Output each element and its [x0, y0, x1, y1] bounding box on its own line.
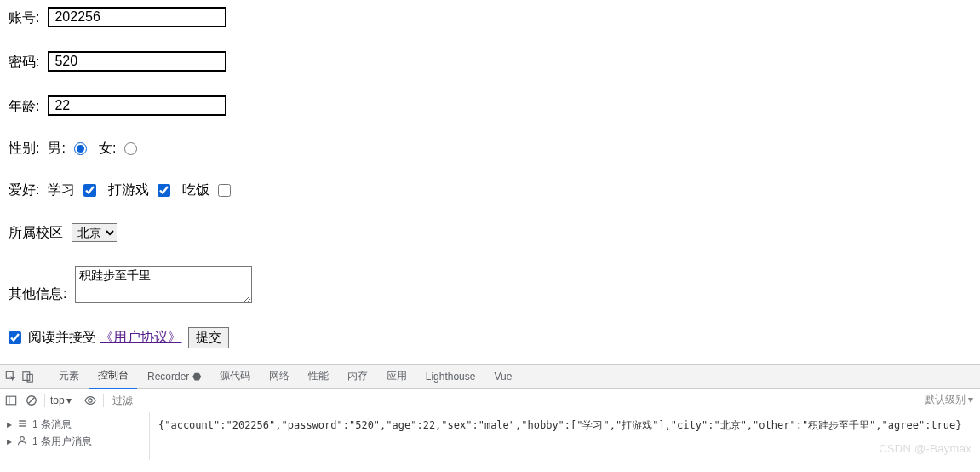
- row-password: 密码:: [9, 51, 971, 72]
- agree-text-wrap: 阅读并接受 《用户协议》: [28, 329, 181, 347]
- tab-performance[interactable]: 性能: [300, 364, 337, 389]
- user-icon: [17, 435, 27, 448]
- account-input[interactable]: [48, 7, 226, 27]
- hobby-study-label: 学习: [48, 181, 75, 199]
- hobby-eat-checkbox[interactable]: [218, 184, 231, 197]
- sex-male-label: 男:: [48, 140, 65, 158]
- other-textarea[interactable]: 积跬步至千里: [75, 266, 252, 303]
- hobby-study-checkbox[interactable]: [83, 184, 96, 197]
- filter-input[interactable]: [109, 392, 920, 409]
- row-other: 其他信息: 积跬步至千里: [9, 266, 971, 303]
- sidebar-toggle-icon[interactable]: [3, 393, 19, 408]
- console-body: ▸ 1 条消息 ▸ 1 条用户消息 {"account":"202256","p…: [0, 412, 980, 460]
- password-input[interactable]: [48, 51, 226, 72]
- row-account: 账号:: [9, 7, 971, 27]
- row-hobby: 爱好: 学习 打游戏 吃饭: [9, 181, 971, 199]
- sex-female-label: 女:: [99, 140, 116, 158]
- log-levels-label: 默认级别: [925, 394, 966, 406]
- sidebar-messages[interactable]: ▸ 1 条消息: [7, 416, 142, 433]
- hobby-group: 学习 打游戏 吃饭: [48, 181, 231, 199]
- console-sidebar: ▸ 1 条消息 ▸ 1 条用户消息: [0, 412, 150, 460]
- agreement-link[interactable]: 《用户协议》: [100, 330, 181, 344]
- inspect-icon[interactable]: [3, 369, 19, 384]
- device-toggle-icon[interactable]: [20, 369, 36, 384]
- svg-rect-3: [6, 396, 15, 405]
- other-label: 其他信息:: [9, 285, 66, 303]
- tab-memory[interactable]: 内存: [339, 364, 376, 389]
- separator: [44, 394, 45, 407]
- svg-line-6: [29, 397, 35, 403]
- agree-text: 阅读并接受: [28, 330, 96, 344]
- list-icon: [17, 418, 27, 431]
- submit-button[interactable]: 提交: [188, 327, 229, 348]
- sidebar-user-messages[interactable]: ▸ 1 条用户消息: [7, 433, 142, 450]
- row-age: 年龄:: [9, 95, 971, 116]
- row-sex: 性别: 男: 女:: [9, 140, 971, 158]
- separator: [43, 369, 43, 384]
- tab-elements[interactable]: 元素: [50, 364, 88, 389]
- sidebar-user-messages-label: 1 条用户消息: [32, 435, 92, 449]
- eye-icon[interactable]: [83, 393, 98, 408]
- hobby-label: 爱好:: [9, 181, 39, 199]
- separator: [103, 394, 104, 407]
- account-label: 账号:: [9, 9, 39, 27]
- separator: [77, 394, 77, 407]
- sex-label: 性别:: [9, 140, 39, 158]
- console-output[interactable]: {"account":"202256","password":"520","ag…: [150, 412, 980, 460]
- chevron-down-icon: ▾: [66, 394, 72, 406]
- age-input[interactable]: [48, 95, 226, 116]
- tab-network[interactable]: 网络: [261, 364, 298, 389]
- tab-console[interactable]: 控制台: [89, 363, 137, 389]
- age-label: 年龄:: [9, 98, 39, 116]
- agree-checkbox[interactable]: [9, 331, 21, 344]
- sex-group: 男: 女:: [48, 140, 137, 158]
- hobby-game-label: 打游戏: [108, 181, 149, 199]
- svg-point-7: [89, 398, 92, 401]
- devtools-panel: 元素 控制台 Recorder ⬣ 源代码 网络 性能 内存 应用 Lighth…: [0, 364, 980, 460]
- hobby-game-checkbox[interactable]: [158, 184, 170, 197]
- context-label: top: [50, 394, 65, 406]
- console-toolbar: top ▾ 默认级别 ▾: [0, 389, 980, 412]
- tab-sources[interactable]: 源代码: [211, 364, 259, 389]
- sidebar-messages-label: 1 条消息: [32, 417, 72, 432]
- watermark: CSDN @-Baymax: [879, 440, 971, 458]
- svg-rect-1: [23, 371, 30, 380]
- chevron-right-icon: ▸: [7, 435, 12, 447]
- row-agree: 阅读并接受 《用户协议》 提交: [9, 327, 971, 348]
- console-log-line: {"account":"202256","password":"520","ag…: [158, 419, 961, 431]
- svg-point-11: [20, 436, 25, 440]
- chevron-right-icon: ▸: [7, 418, 12, 430]
- clear-console-icon[interactable]: [24, 393, 39, 408]
- form-area: 账号: 密码: 年龄: 性别: 男: 女: 爱好: 学习 打游戏 吃饭 所属校区: [0, 0, 980, 364]
- password-label: 密码:: [9, 54, 39, 72]
- pin-icon: ⬣: [192, 371, 201, 383]
- campus-select[interactable]: 北京: [72, 223, 117, 242]
- sex-male-radio[interactable]: [74, 142, 87, 155]
- sex-female-radio[interactable]: [124, 142, 137, 155]
- tab-vue[interactable]: Vue: [485, 366, 520, 388]
- devtools-tabbar: 元素 控制台 Recorder ⬣ 源代码 网络 性能 内存 应用 Lighth…: [0, 365, 980, 389]
- tab-application[interactable]: 应用: [378, 364, 415, 389]
- tab-lighthouse[interactable]: Lighthouse: [417, 366, 484, 388]
- tab-recorder[interactable]: Recorder ⬣: [139, 366, 209, 388]
- row-campus: 所属校区 北京: [9, 223, 971, 242]
- log-levels-dropdown[interactable]: 默认级别 ▾: [925, 393, 973, 407]
- hobby-eat-label: 吃饭: [182, 181, 209, 199]
- context-selector[interactable]: top ▾: [50, 394, 72, 406]
- campus-label: 所属校区: [9, 224, 63, 242]
- tab-recorder-label: Recorder: [147, 371, 189, 383]
